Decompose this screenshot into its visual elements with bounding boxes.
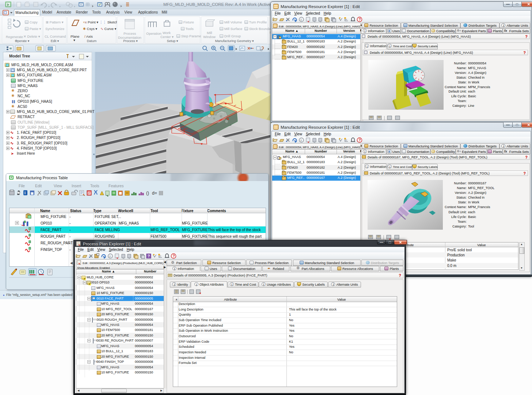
svg-text:(): () [146, 191, 149, 196]
svg-text:?: ? [359, 138, 361, 142]
svg-text:?: ? [148, 254, 150, 258]
svg-text:i: i [110, 255, 110, 258]
svg-text:d=: d= [152, 191, 157, 196]
svg-text:i: i [301, 139, 301, 142]
svg-text:?: ? [173, 254, 175, 258]
svg-text:i: i [24, 191, 26, 195]
svg-text:i: i [301, 18, 301, 22]
svg-text:?: ? [359, 18, 361, 22]
